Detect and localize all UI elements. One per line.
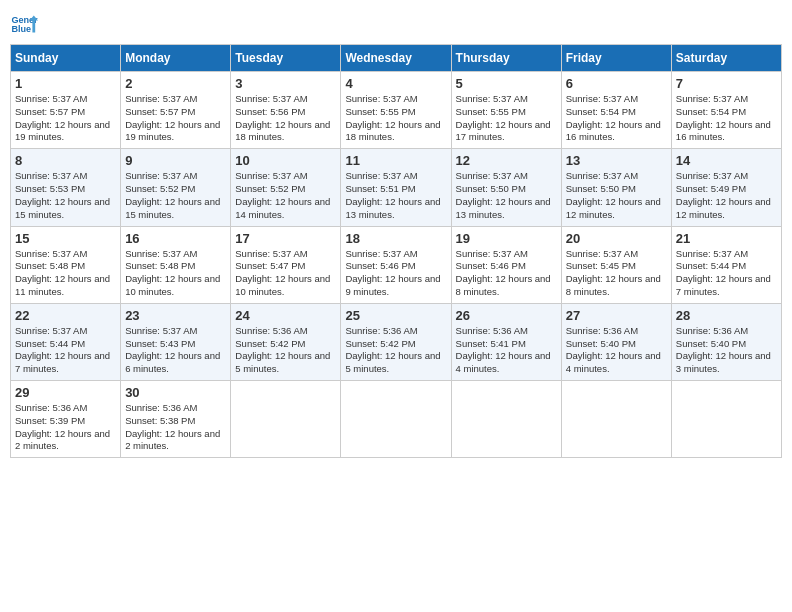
day-number: 30 <box>125 385 226 400</box>
calendar-cell: 17 Sunrise: 5:37 AM Sunset: 5:47 PM Dayl… <box>231 226 341 303</box>
day-number: 17 <box>235 231 336 246</box>
calendar-cell: 5 Sunrise: 5:37 AM Sunset: 5:55 PM Dayli… <box>451 72 561 149</box>
day-info: Sunrise: 5:37 AM Sunset: 5:50 PM Dayligh… <box>456 170 557 221</box>
day-info: Sunrise: 5:37 AM Sunset: 5:47 PM Dayligh… <box>235 248 336 299</box>
day-number: 28 <box>676 308 777 323</box>
calendar-week-3: 15 Sunrise: 5:37 AM Sunset: 5:48 PM Dayl… <box>11 226 782 303</box>
calendar-week-5: 29 Sunrise: 5:36 AM Sunset: 5:39 PM Dayl… <box>11 381 782 458</box>
calendar-cell: 13 Sunrise: 5:37 AM Sunset: 5:50 PM Dayl… <box>561 149 671 226</box>
calendar-cell: 10 Sunrise: 5:37 AM Sunset: 5:52 PM Dayl… <box>231 149 341 226</box>
day-number: 6 <box>566 76 667 91</box>
day-info: Sunrise: 5:36 AM Sunset: 5:40 PM Dayligh… <box>676 325 777 376</box>
calendar-cell: 27 Sunrise: 5:36 AM Sunset: 5:40 PM Dayl… <box>561 303 671 380</box>
day-number: 19 <box>456 231 557 246</box>
day-number: 21 <box>676 231 777 246</box>
day-info: Sunrise: 5:36 AM Sunset: 5:42 PM Dayligh… <box>235 325 336 376</box>
day-info: Sunrise: 5:37 AM Sunset: 5:55 PM Dayligh… <box>345 93 446 144</box>
calendar-cell: 28 Sunrise: 5:36 AM Sunset: 5:40 PM Dayl… <box>671 303 781 380</box>
calendar-cell: 16 Sunrise: 5:37 AM Sunset: 5:48 PM Dayl… <box>121 226 231 303</box>
calendar-cell: 30 Sunrise: 5:36 AM Sunset: 5:38 PM Dayl… <box>121 381 231 458</box>
day-info: Sunrise: 5:37 AM Sunset: 5:49 PM Dayligh… <box>676 170 777 221</box>
day-info: Sunrise: 5:37 AM Sunset: 5:56 PM Dayligh… <box>235 93 336 144</box>
day-number: 8 <box>15 153 116 168</box>
day-number: 24 <box>235 308 336 323</box>
calendar-cell <box>231 381 341 458</box>
day-number: 25 <box>345 308 446 323</box>
col-header-monday: Monday <box>121 45 231 72</box>
day-number: 29 <box>15 385 116 400</box>
calendar-cell: 24 Sunrise: 5:36 AM Sunset: 5:42 PM Dayl… <box>231 303 341 380</box>
calendar-cell: 29 Sunrise: 5:36 AM Sunset: 5:39 PM Dayl… <box>11 381 121 458</box>
calendar-cell <box>341 381 451 458</box>
col-header-sunday: Sunday <box>11 45 121 72</box>
day-info: Sunrise: 5:37 AM Sunset: 5:45 PM Dayligh… <box>566 248 667 299</box>
day-number: 20 <box>566 231 667 246</box>
day-number: 9 <box>125 153 226 168</box>
day-number: 11 <box>345 153 446 168</box>
calendar-cell: 15 Sunrise: 5:37 AM Sunset: 5:48 PM Dayl… <box>11 226 121 303</box>
calendar-cell: 25 Sunrise: 5:36 AM Sunset: 5:42 PM Dayl… <box>341 303 451 380</box>
calendar-cell: 26 Sunrise: 5:36 AM Sunset: 5:41 PM Dayl… <box>451 303 561 380</box>
day-number: 10 <box>235 153 336 168</box>
calendar-cell: 2 Sunrise: 5:37 AM Sunset: 5:57 PM Dayli… <box>121 72 231 149</box>
calendar-cell: 1 Sunrise: 5:37 AM Sunset: 5:57 PM Dayli… <box>11 72 121 149</box>
day-info: Sunrise: 5:36 AM Sunset: 5:42 PM Dayligh… <box>345 325 446 376</box>
day-info: Sunrise: 5:37 AM Sunset: 5:44 PM Dayligh… <box>676 248 777 299</box>
day-number: 1 <box>15 76 116 91</box>
day-info: Sunrise: 5:37 AM Sunset: 5:54 PM Dayligh… <box>566 93 667 144</box>
col-header-friday: Friday <box>561 45 671 72</box>
day-info: Sunrise: 5:37 AM Sunset: 5:57 PM Dayligh… <box>125 93 226 144</box>
day-info: Sunrise: 5:37 AM Sunset: 5:52 PM Dayligh… <box>125 170 226 221</box>
calendar-cell <box>561 381 671 458</box>
day-info: Sunrise: 5:37 AM Sunset: 5:51 PM Dayligh… <box>345 170 446 221</box>
day-number: 7 <box>676 76 777 91</box>
calendar-cell: 12 Sunrise: 5:37 AM Sunset: 5:50 PM Dayl… <box>451 149 561 226</box>
day-number: 23 <box>125 308 226 323</box>
calendar-cell: 20 Sunrise: 5:37 AM Sunset: 5:45 PM Dayl… <box>561 226 671 303</box>
col-header-wednesday: Wednesday <box>341 45 451 72</box>
col-header-tuesday: Tuesday <box>231 45 341 72</box>
calendar-cell: 4 Sunrise: 5:37 AM Sunset: 5:55 PM Dayli… <box>341 72 451 149</box>
calendar-cell: 6 Sunrise: 5:37 AM Sunset: 5:54 PM Dayli… <box>561 72 671 149</box>
day-number: 22 <box>15 308 116 323</box>
day-number: 5 <box>456 76 557 91</box>
day-info: Sunrise: 5:37 AM Sunset: 5:57 PM Dayligh… <box>15 93 116 144</box>
day-info: Sunrise: 5:37 AM Sunset: 5:50 PM Dayligh… <box>566 170 667 221</box>
day-number: 15 <box>15 231 116 246</box>
calendar-cell: 8 Sunrise: 5:37 AM Sunset: 5:53 PM Dayli… <box>11 149 121 226</box>
day-info: Sunrise: 5:36 AM Sunset: 5:38 PM Dayligh… <box>125 402 226 453</box>
day-number: 12 <box>456 153 557 168</box>
calendar-week-4: 22 Sunrise: 5:37 AM Sunset: 5:44 PM Dayl… <box>11 303 782 380</box>
day-info: Sunrise: 5:37 AM Sunset: 5:48 PM Dayligh… <box>15 248 116 299</box>
day-info: Sunrise: 5:37 AM Sunset: 5:43 PM Dayligh… <box>125 325 226 376</box>
calendar-cell: 7 Sunrise: 5:37 AM Sunset: 5:54 PM Dayli… <box>671 72 781 149</box>
calendar-cell <box>671 381 781 458</box>
col-header-saturday: Saturday <box>671 45 781 72</box>
day-number: 4 <box>345 76 446 91</box>
day-number: 3 <box>235 76 336 91</box>
calendar-cell: 23 Sunrise: 5:37 AM Sunset: 5:43 PM Dayl… <box>121 303 231 380</box>
calendar-cell: 19 Sunrise: 5:37 AM Sunset: 5:46 PM Dayl… <box>451 226 561 303</box>
calendar-cell: 14 Sunrise: 5:37 AM Sunset: 5:49 PM Dayl… <box>671 149 781 226</box>
day-number: 13 <box>566 153 667 168</box>
day-number: 26 <box>456 308 557 323</box>
day-number: 2 <box>125 76 226 91</box>
calendar-header-row: SundayMondayTuesdayWednesdayThursdayFrid… <box>11 45 782 72</box>
day-info: Sunrise: 5:37 AM Sunset: 5:46 PM Dayligh… <box>345 248 446 299</box>
day-number: 14 <box>676 153 777 168</box>
day-info: Sunrise: 5:36 AM Sunset: 5:40 PM Dayligh… <box>566 325 667 376</box>
logo-icon: General Blue <box>10 10 38 38</box>
day-info: Sunrise: 5:37 AM Sunset: 5:52 PM Dayligh… <box>235 170 336 221</box>
calendar-table: SundayMondayTuesdayWednesdayThursdayFrid… <box>10 44 782 458</box>
calendar-week-1: 1 Sunrise: 5:37 AM Sunset: 5:57 PM Dayli… <box>11 72 782 149</box>
calendar-cell <box>451 381 561 458</box>
day-info: Sunrise: 5:37 AM Sunset: 5:46 PM Dayligh… <box>456 248 557 299</box>
calendar-cell: 11 Sunrise: 5:37 AM Sunset: 5:51 PM Dayl… <box>341 149 451 226</box>
day-number: 27 <box>566 308 667 323</box>
day-info: Sunrise: 5:37 AM Sunset: 5:48 PM Dayligh… <box>125 248 226 299</box>
calendar-cell: 22 Sunrise: 5:37 AM Sunset: 5:44 PM Dayl… <box>11 303 121 380</box>
calendar-cell: 3 Sunrise: 5:37 AM Sunset: 5:56 PM Dayli… <box>231 72 341 149</box>
calendar-week-2: 8 Sunrise: 5:37 AM Sunset: 5:53 PM Dayli… <box>11 149 782 226</box>
day-info: Sunrise: 5:37 AM Sunset: 5:53 PM Dayligh… <box>15 170 116 221</box>
svg-text:Blue: Blue <box>11 24 31 34</box>
